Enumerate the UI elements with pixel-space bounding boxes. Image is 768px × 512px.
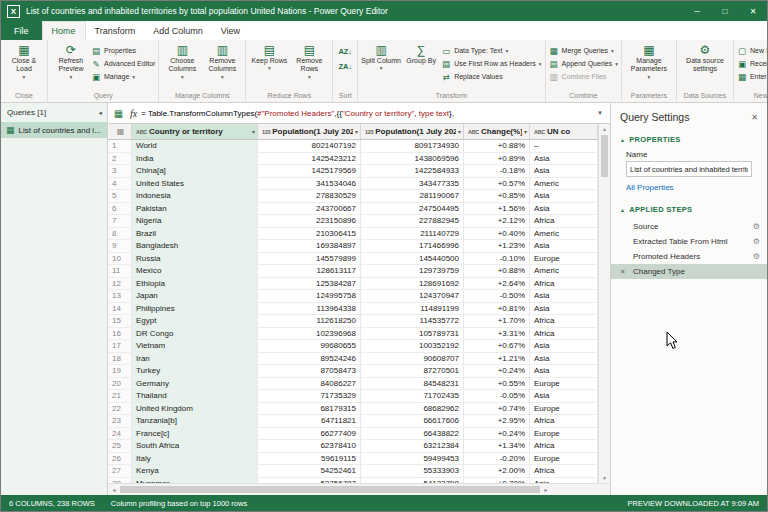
column-header-un-continent[interactable]: ABC UN co xyxy=(530,124,598,139)
cell-population-2022[interactable]: 62378410 xyxy=(258,440,361,452)
choose-columns-button[interactable]: ▥ Choose Columns ▾ xyxy=(162,41,202,90)
row-number[interactable]: 12 xyxy=(108,278,132,290)
cell-change[interactable]: +2.95% xyxy=(464,415,530,427)
row-number[interactable]: 16 xyxy=(108,328,132,340)
properties-section-header[interactable]: ▲ PROPERTIES xyxy=(611,132,767,147)
cell-population-2022[interactable]: 66277409 xyxy=(258,428,361,440)
table-row[interactable]: 3China[a]14251795691422584933-0.18%Asia xyxy=(108,165,598,178)
cell-un-continent[interactable]: Asia xyxy=(530,353,598,365)
cell-un-continent[interactable]: Africa xyxy=(530,328,598,340)
cell-population-2022[interactable]: 113964338 xyxy=(258,303,361,315)
cell-population-2022[interactable]: 128613117 xyxy=(258,265,361,277)
cell-un-continent[interactable]: Asia xyxy=(530,390,598,402)
filter-dropdown-icon[interactable]: ▾ xyxy=(252,128,255,135)
cell-change[interactable]: +0.88% xyxy=(464,265,530,277)
cell-change[interactable]: +3.31% xyxy=(464,328,530,340)
cell-un-continent[interactable]: Asia xyxy=(530,203,598,215)
append-queries-button[interactable]: ▤ Append Queries ▾ xyxy=(549,58,618,69)
row-number[interactable]: 27 xyxy=(108,465,132,477)
advanced-editor-button[interactable]: ✎ Advanced Editor xyxy=(91,58,155,69)
cell-un-continent[interactable]: Africa xyxy=(530,278,598,290)
cell-country[interactable]: Bangladesh xyxy=(132,240,258,252)
row-number[interactable]: 19 xyxy=(108,365,132,377)
tab-file[interactable]: File xyxy=(1,21,42,40)
cell-country[interactable]: South Africa xyxy=(132,440,258,452)
properties-button[interactable]: ▤ Properties xyxy=(91,45,155,56)
cell-country[interactable]: Germany xyxy=(132,378,258,390)
cell-country[interactable]: United Kingdom xyxy=(132,403,258,415)
table-row[interactable]: 26Italy5961911559499453-0.20%Europe xyxy=(108,453,598,466)
cell-population-2022[interactable]: 1425423212 xyxy=(258,153,361,165)
manage-parameters-button[interactable]: ▦ Manage Parameters ▾ xyxy=(625,41,673,90)
row-number[interactable]: 9 xyxy=(108,240,132,252)
cell-population-2022[interactable]: 125384287 xyxy=(258,278,361,290)
cell-change[interactable]: +1.23% xyxy=(464,240,530,252)
data-type-button[interactable]: ▭ Data Type: Text ▾ xyxy=(441,45,541,56)
cell-population-2022[interactable]: 243700667 xyxy=(258,203,361,215)
status-profiling[interactable]: Column profiling based on top 1000 rows xyxy=(111,499,247,508)
tab-add-column[interactable]: Add Column xyxy=(144,21,212,40)
cell-country[interactable]: Japan xyxy=(132,290,258,302)
cell-population-2022[interactable]: 64711821 xyxy=(258,415,361,427)
table-row[interactable]: 19Turkey8705847387270501+0.24%Asia xyxy=(108,365,598,378)
query-list-item[interactable]: ▦ List of countries and i... xyxy=(1,122,107,138)
cell-un-continent[interactable]: Asia xyxy=(530,340,598,352)
cell-change[interactable]: +2.12% xyxy=(464,215,530,227)
row-number[interactable]: 8 xyxy=(108,228,132,240)
cell-population-2023[interactable]: 145440500 xyxy=(361,253,464,265)
cell-un-continent[interactable]: Asia xyxy=(530,190,598,202)
cell-un-continent[interactable]: Americ xyxy=(530,178,598,190)
scroll-down-icon[interactable]: ▼ xyxy=(602,473,607,483)
cell-population-2023[interactable]: 211140729 xyxy=(361,228,464,240)
cell-population-2022[interactable]: 8021407192 xyxy=(258,140,361,152)
table-row[interactable]: 21Thailand7173532971702435-0.05%Asia xyxy=(108,390,598,403)
cell-population-2023[interactable]: 114891199 xyxy=(361,303,464,315)
cell-country[interactable]: Turkey xyxy=(132,365,258,377)
cell-change[interactable]: +0.40% xyxy=(464,228,530,240)
cell-population-2022[interactable]: 71735329 xyxy=(258,390,361,402)
cell-country[interactable]: India xyxy=(132,153,258,165)
cell-population-2023[interactable]: 66617606 xyxy=(361,415,464,427)
cell-population-2023[interactable]: 343477335 xyxy=(361,178,464,190)
merge-queries-button[interactable]: ▦ Merge Queries ▾ xyxy=(549,45,618,56)
scroll-left-icon[interactable]: ◄ xyxy=(110,487,118,493)
table-row[interactable]: 24France[c]6627740966438822+0.24%Europe xyxy=(108,428,598,441)
cell-country[interactable]: Iran xyxy=(132,353,258,365)
cell-un-continent[interactable]: Asia xyxy=(530,153,598,165)
step-settings-gear-icon[interactable]: ⚙ xyxy=(753,237,760,246)
cell-population-2023[interactable]: 171466996 xyxy=(361,240,464,252)
number-type-icon[interactable]: 123 xyxy=(262,129,270,135)
cell-un-continent[interactable]: Africa xyxy=(530,315,598,327)
cell-population-2023[interactable]: 124370947 xyxy=(361,290,464,302)
keep-rows-button[interactable]: ▤ Keep Rows ▾ xyxy=(249,41,289,90)
cell-change[interactable]: +0.67% xyxy=(464,340,530,352)
cell-country[interactable]: Russia xyxy=(132,253,258,265)
row-number[interactable]: 20 xyxy=(108,378,132,390)
cell-population-2023[interactable]: 128691692 xyxy=(361,278,464,290)
use-first-row-as-headers-button[interactable]: ▤ Use First Row as Headers ▾ xyxy=(441,58,541,69)
close-panel-icon[interactable]: ✕ xyxy=(751,113,758,122)
cell-population-2023[interactable]: 84548231 xyxy=(361,378,464,390)
row-number[interactable]: 1 xyxy=(108,140,132,152)
delete-step-icon[interactable]: ✕ xyxy=(620,268,625,276)
cell-population-2023[interactable]: 87270501 xyxy=(361,365,464,377)
cell-change[interactable]: +0.88% xyxy=(464,140,530,152)
table-row[interactable]: 23Tanzania[b]6471182166617606+2.95%Afric… xyxy=(108,415,598,428)
cell-population-2023[interactable]: 63212384 xyxy=(361,440,464,452)
cell-country[interactable]: Nigeria xyxy=(132,215,258,227)
cell-country[interactable]: Italy xyxy=(132,453,258,465)
table-row[interactable]: 15Egypt112618250114535772+1.70%Africa xyxy=(108,315,598,328)
cell-population-2022[interactable]: 99680655 xyxy=(258,340,361,352)
scroll-right-icon[interactable]: ► xyxy=(542,487,550,493)
column-header-population-2023[interactable]: 123 Population(1 July 2023) ▾ xyxy=(361,124,464,139)
cell-country[interactable]: Thailand xyxy=(132,390,258,402)
vertical-scroll-thumb[interactable] xyxy=(601,135,608,177)
cell-population-2022[interactable]: 124995758 xyxy=(258,290,361,302)
cell-un-continent[interactable]: Americ xyxy=(530,228,598,240)
row-number[interactable]: 7 xyxy=(108,215,132,227)
vertical-scrollbar[interactable]: ▲ ▼ xyxy=(598,124,610,483)
cell-change[interactable]: +0.89% xyxy=(464,153,530,165)
cell-country[interactable]: Egypt xyxy=(132,315,258,327)
filter-dropdown-icon[interactable]: ▾ xyxy=(458,128,461,135)
cell-un-continent[interactable]: – xyxy=(530,140,598,152)
